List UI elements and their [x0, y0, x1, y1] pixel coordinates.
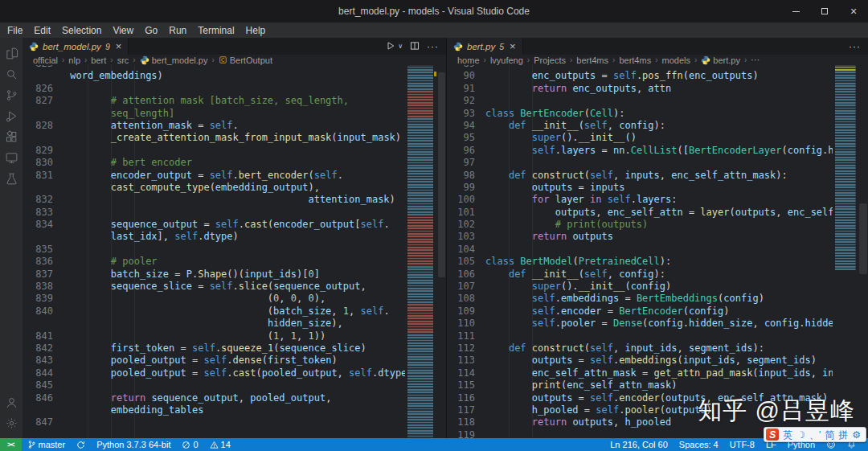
code-line: 837 batch_size = P.Shape()(input_ids)[0]	[23, 269, 405, 281]
menu-help[interactable]: Help	[240, 25, 272, 36]
menu-file[interactable]: File	[2, 25, 28, 36]
run-and-debug-icon[interactable]	[2, 105, 21, 126]
breadcrumb-item[interactable]: models	[661, 55, 690, 65]
run-python-file-icon[interactable]	[386, 39, 395, 54]
close-icon[interactable]: ×	[839, 0, 868, 23]
explorer-icon[interactable]	[2, 43, 21, 64]
code-line: 839 (0, 0, 0),	[23, 293, 405, 305]
breadcrumb-item[interactable]: nlp	[68, 55, 80, 65]
settings-gear-icon[interactable]	[2, 412, 21, 433]
code-line: 831 encoder_output = self.bert_encoder(s…	[23, 170, 405, 182]
breadcrumb-separator-icon: ›	[133, 55, 135, 64]
remote-indicator[interactable]: ><	[0, 438, 22, 451]
menu-terminal[interactable]: Terminal	[192, 25, 240, 36]
close-tab-icon[interactable]: ×	[510, 40, 516, 52]
minimap-left[interactable]	[405, 65, 437, 438]
tab-bert-py[interactable]: bert.py 5 ×	[447, 38, 523, 55]
code-line: 102 # print(outputs)	[447, 219, 833, 231]
status-warning[interactable]: 14	[210, 440, 231, 449]
python-file-icon	[701, 55, 710, 65]
breadcrumb-item[interactable]: lvyufeng	[490, 55, 523, 65]
remote-explorer-icon[interactable]	[2, 147, 21, 168]
account-icon[interactable]	[2, 392, 21, 412]
minimap-right[interactable]	[833, 65, 858, 438]
breadcrumb-item[interactable]: ⋯	[751, 55, 760, 65]
breadcrumb-item[interactable]: bert4ms	[619, 55, 651, 65]
code-line: 113 outputs = self.embeddings(input_ids,…	[447, 355, 833, 367]
breadcrumb-separator-icon: ›	[211, 55, 214, 64]
ime-item[interactable]: ☽	[796, 430, 805, 440]
tab-problems-badge: 9	[105, 42, 110, 51]
minimize-icon[interactable]	[781, 0, 810, 23]
tab-bert-model-py[interactable]: bert_model.py 9 ×	[23, 38, 129, 55]
menu-run[interactable]: Run	[163, 25, 192, 36]
menu-edit[interactable]: Edit	[28, 25, 56, 36]
ime-item[interactable]: 简	[825, 430, 834, 440]
status-ln-216-col-60[interactable]: Ln 216, Col 60	[610, 440, 668, 449]
code-editor-left[interactable]: 825 word_embeddings)826827 # attention m…	[23, 65, 405, 438]
search-icon[interactable]	[2, 64, 21, 84]
ime-toolbar[interactable]: S 英☽、'简拼⚙	[764, 427, 866, 442]
breadcrumb-separator-icon: ›	[570, 55, 572, 64]
scrollbar-left[interactable]	[437, 65, 446, 438]
testing-icon[interactable]	[2, 168, 21, 189]
code-line: 834 sequence_output = self.cast(encoder_…	[23, 219, 405, 231]
code-line: seq_length]	[23, 108, 405, 120]
code-line: word_embeddings)	[23, 70, 405, 82]
status-sync[interactable]	[76, 441, 85, 449]
split-editor-icon[interactable]	[410, 39, 420, 54]
status-error[interactable]: 0	[182, 440, 198, 449]
breadcrumb-item[interactable]: src	[117, 55, 129, 65]
code-line: 94 def __init__(self, config):	[447, 120, 833, 132]
code-line: 847	[23, 416, 405, 428]
ime-item[interactable]: 、'	[809, 430, 821, 440]
code-line: 841 (1, 1, 1))	[23, 330, 405, 342]
tab-problems-badge: 5	[499, 42, 504, 51]
close-tab-icon[interactable]: ×	[116, 40, 122, 52]
status-utf-8[interactable]: UTF-8	[730, 440, 755, 449]
status-spaces-4[interactable]: Spaces: 4	[679, 440, 719, 449]
more-actions-icon[interactable]: ···	[849, 41, 861, 52]
menu-selection[interactable]: Selection	[56, 25, 107, 36]
editor-group-left: bert_model.py 9 × ∨ ··· official›nlp›ber…	[23, 38, 447, 438]
breadcrumb-separator-icon: ›	[527, 55, 530, 64]
window-controls: ×	[781, 0, 868, 23]
code-line: 830 # bert encoder	[23, 157, 405, 169]
breadcrumb-item[interactable]: official	[33, 55, 58, 65]
code-editor-right[interactable]: 8990 enc_outputs = self.pos_ffn(enc_outp…	[447, 65, 833, 438]
watermark: 知乎 @吕昱峰	[698, 395, 855, 428]
code-line: hidden_size),	[23, 318, 405, 330]
code-line: 844 pooled_output = self.cast(pooled_out…	[23, 367, 405, 379]
source-control-icon[interactable]	[2, 84, 21, 105]
menu-go[interactable]: Go	[139, 25, 163, 36]
breadcrumb-item[interactable]: bert_model.py	[140, 55, 208, 65]
extensions-icon[interactable]	[2, 126, 21, 147]
ime-item[interactable]: 英	[783, 430, 792, 440]
scrollbar-right[interactable]	[858, 65, 868, 438]
breadcrumb-item[interactable]: bert4ms	[576, 55, 608, 65]
run-dropdown-chevron-icon[interactable]: ∨	[398, 43, 403, 50]
class-symbol-icon	[219, 55, 227, 64]
breadcrumb-separator-icon: ›	[484, 55, 486, 64]
maximize-icon[interactable]	[810, 0, 839, 23]
status-python-3-7-3-64-bit[interactable]: Python 3.7.3 64-bit	[96, 440, 170, 449]
code-line: 835	[23, 244, 405, 256]
breadcrumb-item[interactable]: bert.py	[701, 55, 740, 65]
breadcrumb-item[interactable]: home	[457, 55, 480, 65]
ime-item[interactable]: ⚙	[852, 430, 861, 440]
status-branch[interactable]: master	[27, 440, 66, 449]
menu-bar: FileEditSelectionViewGoRunTerminalHelp	[0, 23, 868, 38]
code-line: 106 def __init__(self, config):	[447, 269, 833, 281]
ime-item[interactable]: 拼	[838, 430, 848, 440]
breadcrumb-item[interactable]: BertOutput	[219, 55, 272, 65]
breadcrumb-item[interactable]: Projects	[534, 55, 566, 65]
editor-group-right: bert.py 5 × ··· home›lvyufeng›Projects›b…	[447, 38, 868, 438]
sogou-logo: S	[766, 428, 779, 441]
code-line: 115 print(enc_self_attn_mask)	[447, 379, 833, 392]
breadcrumb-left: official›nlp›bert›src›bert_model.py›Bert…	[23, 55, 446, 65]
breadcrumb-item[interactable]: bert	[91, 55, 106, 65]
code-line: 90 enc_outputs = self.pos_ffn(enc_output…	[447, 70, 833, 82]
code-line: embedding_tables	[23, 404, 405, 416]
menu-view[interactable]: View	[107, 25, 139, 36]
more-actions-icon[interactable]: ···	[427, 41, 439, 52]
